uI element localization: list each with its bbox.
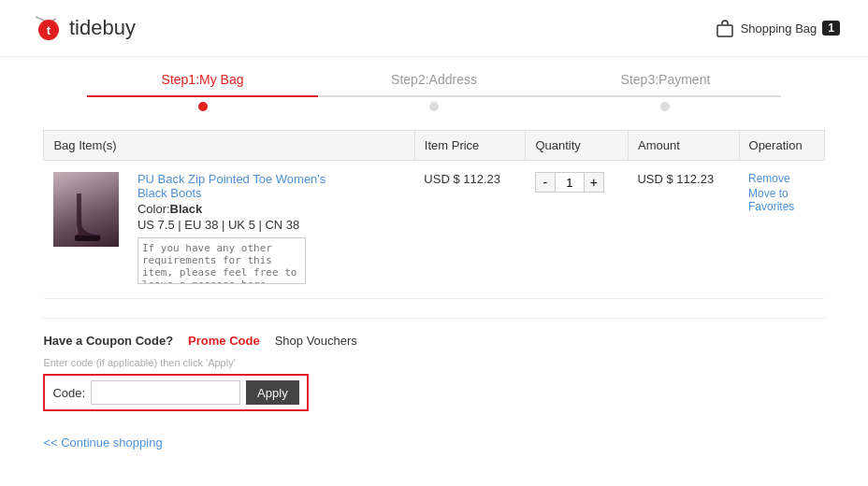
product-name-link[interactable]: PU Back Zip Pointed Toe Women's Black Bo… (137, 172, 326, 200)
move-to-favorites-link[interactable]: Move toFavorites (748, 187, 815, 213)
bag-table: Bag Item(s) Item Price Quantity Amount O… (43, 130, 824, 299)
bag-table-container: Bag Item(s) Item Price Quantity Amount O… (43, 130, 824, 299)
coupon-input-row: Code: Apply (43, 374, 308, 411)
step3-label: Step3:Payment (621, 72, 711, 87)
amount-cell: USD $ 112.23 (628, 161, 739, 299)
step2-label: Step2:Address (391, 72, 477, 87)
boot-image-svg (67, 189, 105, 245)
step3-line (550, 95, 781, 97)
logo-text: tidebuy (69, 16, 136, 40)
step1-line (87, 95, 318, 97)
shop-vouchers-label: Shop Vouchers (275, 334, 357, 348)
step1-block: Step1:My Bag (87, 72, 318, 87)
step1-label: Step1:My Bag (162, 72, 244, 87)
logo: t tidebuy (28, 9, 136, 47)
svg-rect-4 (717, 25, 732, 36)
qty-decrease-button[interactable]: - (535, 172, 556, 193)
coupon-section: Have a Coupon Code? Prome Code Shop Vouc… (43, 318, 824, 421)
step2-block: Step2:Address (318, 72, 549, 87)
shopping-bag-label: Shopping Bag (741, 21, 817, 36)
coupon-code-input[interactable] (91, 380, 240, 405)
col-item: Bag Item(s) (44, 131, 414, 161)
have-coupon-label: Have a Coupon Code? (43, 334, 173, 348)
product-image (53, 172, 119, 247)
qty-input[interactable] (556, 172, 584, 193)
col-op: Operation (739, 131, 824, 161)
promo-code-link[interactable]: Prome Code (188, 334, 260, 348)
price-cell: USD $ 112.23 (414, 161, 526, 299)
product-note-input[interactable] (137, 237, 306, 284)
product-details: PU Back Zip Pointed Toe Women's Black Bo… (137, 172, 343, 287)
product-size: US 7.5 | EU 38 | UK 5 | CN 38 (137, 218, 343, 232)
qty-control: - + (535, 172, 619, 193)
continue-shopping-section: << Continue shopping (43, 436, 824, 450)
bag-icon (715, 18, 735, 38)
qty-increase-button[interactable]: + (584, 172, 604, 193)
product-color: Color:Black (137, 202, 343, 216)
col-amount: Amount (628, 131, 739, 161)
operation-cell: Remove Move toFavorites (739, 161, 824, 299)
step3-block: Step3:Payment (550, 72, 781, 87)
product-cell: PU Back Zip Pointed Toe Women's Black Bo… (53, 172, 405, 287)
step3-dot (660, 102, 670, 111)
step2-line (318, 95, 549, 97)
coupon-note: Enter code (if applicable) then click 'A… (43, 357, 824, 368)
continue-shopping-link[interactable]: << Continue shopping (43, 436, 162, 450)
code-label: Code: (52, 386, 85, 400)
svg-text:t: t (47, 23, 51, 37)
header: t tidebuy Shopping Bag 1 (0, 0, 868, 57)
shopping-bag-area: Shopping Bag 1 (715, 18, 840, 38)
bag-count: 1 (822, 21, 840, 36)
col-price: Item Price (414, 131, 526, 161)
remove-link[interactable]: Remove (748, 172, 815, 185)
step1-dot (198, 102, 208, 111)
table-row: PU Back Zip Pointed Toe Women's Black Bo… (44, 161, 824, 299)
step2-dot (429, 102, 439, 111)
coupon-title-row: Have a Coupon Code? Prome Code Shop Vouc… (43, 334, 824, 348)
col-qty: Quantity (526, 131, 629, 161)
apply-button[interactable]: Apply (246, 380, 299, 405)
qty-cell: - + (526, 161, 629, 299)
svg-rect-5 (75, 236, 100, 241)
steps-container: Step1:My Bag Step2:Address Step3:Payment (87, 72, 781, 111)
logo-icon: t (28, 9, 65, 47)
